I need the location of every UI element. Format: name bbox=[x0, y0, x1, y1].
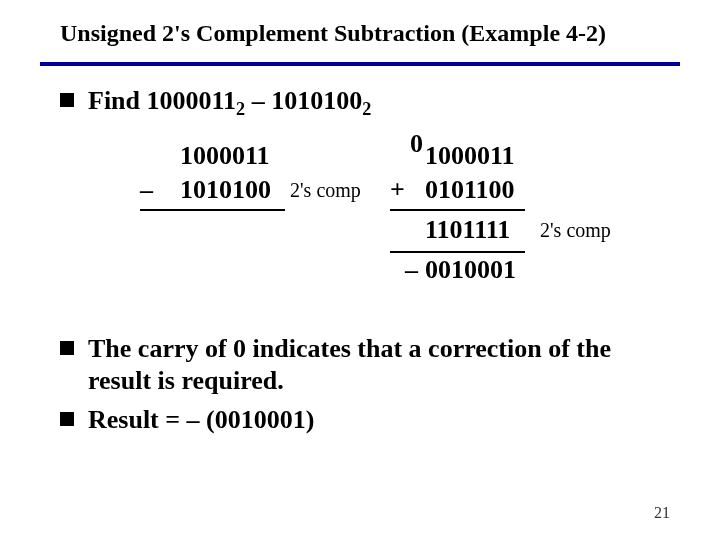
final-result: 0010001 bbox=[425, 255, 516, 285]
find-prefix: Find bbox=[88, 86, 147, 115]
twos-comp-note: 2's comp bbox=[540, 219, 611, 242]
bullet-find: Find 10000112 – 10101002 bbox=[60, 85, 680, 121]
bullet-icon bbox=[60, 412, 74, 426]
bullet-result: Result = – (0010001) bbox=[60, 404, 680, 437]
left-subtrahend: 1010100 bbox=[180, 175, 271, 205]
left-minus: – bbox=[140, 175, 153, 205]
bullet-carry: The carry of 0 indicates that a correcti… bbox=[60, 333, 680, 398]
find-subtrahend: 1010100 bbox=[271, 86, 362, 115]
bullet-icon bbox=[60, 93, 74, 107]
right-minuend: 1000011 bbox=[425, 141, 515, 171]
bullet-carry-text: The carry of 0 indicates that a correcti… bbox=[88, 333, 680, 398]
slide: Unsigned 2's Complement Subtraction (Exa… bbox=[0, 0, 720, 540]
bullet-icon bbox=[60, 341, 74, 355]
find-dash: – bbox=[245, 86, 271, 115]
right-sum: 1101111 bbox=[425, 215, 510, 245]
carry-digit: 0 bbox=[410, 129, 423, 159]
right-rule-1 bbox=[390, 209, 525, 211]
left-minuend: 1000011 bbox=[180, 141, 270, 171]
title-underline bbox=[40, 62, 680, 66]
find-minuend: 1000011 bbox=[147, 86, 237, 115]
slide-body: Find 10000112 – 10101002 0 1000011 10000… bbox=[60, 85, 680, 442]
right-rule-2 bbox=[390, 251, 525, 253]
final-neg: – bbox=[405, 255, 418, 285]
right-plus: + bbox=[390, 175, 405, 205]
slide-title: Unsigned 2's Complement Subtraction (Exa… bbox=[60, 20, 700, 47]
find-base2: 2 bbox=[362, 99, 371, 119]
right-addend: 0101100 bbox=[425, 175, 515, 205]
worked-arithmetic: 0 1000011 1000011 – 1010100 2's comp + 0… bbox=[100, 129, 680, 319]
bullet-result-text: Result = – (0010001) bbox=[88, 404, 314, 437]
bullet-find-text: Find 10000112 – 10101002 bbox=[88, 85, 371, 121]
find-base1: 2 bbox=[236, 99, 245, 119]
page-number: 21 bbox=[654, 504, 670, 522]
left-rule bbox=[140, 209, 285, 211]
twos-comp-label: 2's comp bbox=[290, 179, 361, 202]
